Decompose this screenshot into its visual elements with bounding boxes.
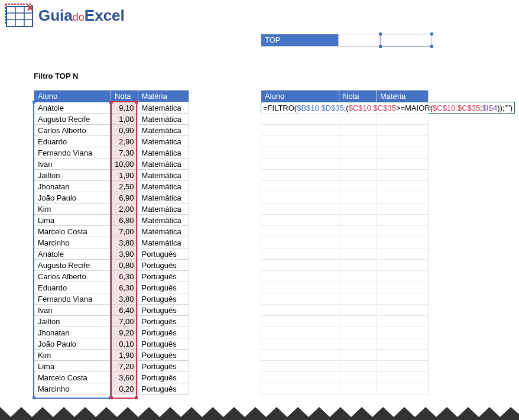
empty-cell[interactable]	[377, 293, 429, 305]
empty-cell[interactable]	[377, 338, 429, 350]
header-nota-2[interactable]: Nota	[339, 91, 377, 102]
selection-handle[interactable]	[33, 396, 35, 399]
empty-cell[interactable]	[377, 260, 429, 271]
table-row[interactable]	[261, 248, 429, 260]
cell-materia[interactable]: Matemática	[138, 203, 189, 215]
table-row[interactable]: Kim1,90Português	[34, 350, 189, 361]
empty-cell[interactable]	[261, 181, 339, 192]
empty-cell[interactable]	[339, 215, 377, 226]
header-materia[interactable]: Matéria	[138, 91, 189, 102]
selection-handle[interactable]	[379, 45, 382, 48]
selection-handle[interactable]	[430, 33, 433, 35]
empty-cell[interactable]	[339, 125, 377, 136]
empty-cell[interactable]	[339, 383, 377, 395]
cell-materia[interactable]: Português	[138, 327, 189, 338]
table-row[interactable]	[261, 327, 429, 338]
empty-cell[interactable]	[261, 114, 339, 125]
cell-aluno[interactable]: Jhonatan	[34, 327, 111, 338]
cell-materia[interactable]: Matemática	[138, 237, 189, 248]
table-row[interactable]	[261, 226, 429, 237]
table-row[interactable]: Augusto Recife1,00Matemática	[34, 114, 189, 125]
empty-cell[interactable]	[339, 147, 377, 159]
cell-nota[interactable]: 6,80	[111, 215, 138, 226]
header-materia-2[interactable]: Matéria	[377, 91, 429, 102]
cell-nota[interactable]: 3,80	[111, 293, 138, 305]
selection-handle[interactable]	[109, 396, 112, 399]
table-row[interactable]	[261, 215, 429, 226]
cell-materia[interactable]: Matemática	[138, 215, 189, 226]
empty-cell[interactable]	[339, 136, 377, 147]
top-value-cell-1[interactable]	[339, 34, 380, 47]
top-label-cell[interactable]: TOP	[261, 34, 339, 47]
cell-nota[interactable]: 3,90	[111, 248, 138, 260]
cell-materia[interactable]: Matemática	[138, 102, 189, 114]
empty-cell[interactable]	[377, 271, 429, 282]
empty-cell[interactable]	[261, 327, 339, 338]
table-row[interactable]	[261, 192, 429, 203]
empty-cell[interactable]	[261, 226, 339, 237]
empty-cell[interactable]	[377, 350, 429, 361]
empty-cell[interactable]	[339, 293, 377, 305]
cell-materia[interactable]: Português	[138, 293, 189, 305]
empty-cell[interactable]	[261, 215, 339, 226]
cell-nota[interactable]: 6,40	[111, 305, 138, 316]
empty-cell[interactable]	[261, 316, 339, 327]
cell-nota[interactable]: 6,90	[111, 192, 138, 203]
table-row[interactable]	[261, 282, 429, 293]
table-row[interactable]: Jailton1,90Matemática	[34, 170, 189, 181]
table-row[interactable]: Marcelo Costa7,00Matemática	[34, 226, 189, 237]
cell-nota[interactable]: 0,20	[111, 383, 138, 395]
table-row[interactable]	[261, 350, 429, 361]
table-row[interactable]	[261, 260, 429, 271]
empty-cell[interactable]	[261, 237, 339, 248]
cell-aluno[interactable]: Eduardo	[34, 136, 111, 147]
table-row[interactable]	[261, 114, 429, 125]
cell-nota[interactable]: 7,30	[111, 147, 138, 159]
cell-aluno[interactable]: Eduardo	[34, 282, 111, 293]
table-row[interactable]: Carlos Alberto6,30Português	[34, 271, 189, 282]
cell-nota[interactable]: 7,00	[111, 316, 138, 327]
cell-materia[interactable]: Português	[138, 282, 189, 293]
empty-cell[interactable]	[377, 181, 429, 192]
cell-materia[interactable]: Português	[138, 338, 189, 350]
cell-nota[interactable]: 7,00	[111, 226, 138, 237]
table-row[interactable]	[261, 147, 429, 159]
table-row[interactable]	[261, 383, 429, 395]
empty-cell[interactable]	[377, 136, 429, 147]
selection-handle[interactable]	[430, 45, 433, 48]
cell-materia[interactable]: Matemática	[138, 192, 189, 203]
cell-aluno[interactable]: João Paulo	[34, 338, 111, 350]
empty-cell[interactable]	[261, 159, 339, 170]
empty-cell[interactable]	[261, 305, 339, 316]
empty-cell[interactable]	[261, 361, 339, 372]
empty-cell[interactable]	[339, 248, 377, 260]
empty-cell[interactable]	[339, 192, 377, 203]
cell-aluno[interactable]: Marcelo Costa	[34, 226, 111, 237]
table-row[interactable]	[261, 305, 429, 316]
empty-cell[interactable]	[339, 316, 377, 327]
selection-handle[interactable]	[110, 396, 113, 399]
cell-aluno[interactable]: Kim	[34, 203, 111, 215]
table-row[interactable]: Marcinho0,20Português	[34, 383, 189, 395]
cell-materia[interactable]: Matemática	[138, 125, 189, 136]
table-row[interactable]	[261, 361, 429, 372]
empty-cell[interactable]	[377, 237, 429, 248]
empty-cell[interactable]	[377, 114, 429, 125]
table-row[interactable]: Marcelo Costa3,60Português	[34, 372, 189, 383]
empty-cell[interactable]	[261, 203, 339, 215]
table-row[interactable]: Kim2,00Matemática	[34, 203, 189, 215]
empty-cell[interactable]	[339, 305, 377, 316]
empty-cell[interactable]	[339, 350, 377, 361]
cell-nota[interactable]: 6,30	[111, 282, 138, 293]
header-aluno[interactable]: Aluno	[34, 91, 111, 102]
empty-cell[interactable]	[339, 282, 377, 293]
cell-materia[interactable]: Matemática	[138, 226, 189, 237]
empty-cell[interactable]	[261, 350, 339, 361]
empty-cell[interactable]	[377, 305, 429, 316]
cell-nota[interactable]: 1,90	[111, 350, 138, 361]
cell-aluno[interactable]: Fernando Viana	[34, 293, 111, 305]
table-row[interactable]: Augusto Recife0,80Português	[34, 260, 189, 271]
cell-materia[interactable]: Português	[138, 383, 189, 395]
empty-cell[interactable]	[339, 159, 377, 170]
cell-aluno[interactable]: Jailton	[34, 316, 111, 327]
